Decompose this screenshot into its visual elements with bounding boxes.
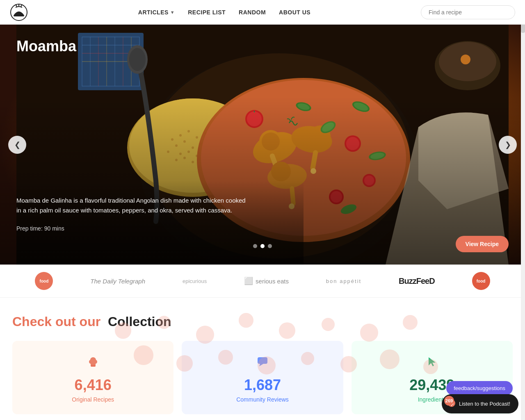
chef-hat-icon [86, 354, 100, 372]
collection-heading-check: Check out our [12, 314, 100, 329]
reviews-label: Community Reviews [236, 396, 289, 403]
podcast-badge-count: 269 [444, 396, 454, 406]
nav-random[interactable]: RANDOM [239, 9, 266, 16]
svg-point-61 [331, 191, 342, 203]
hero-prev-button[interactable]: ❮ [8, 136, 26, 154]
svg-point-38 [183, 157, 186, 159]
nav-articles[interactable]: ARTICLES ▼ [138, 9, 175, 16]
svg-rect-75 [16, 180, 304, 265]
hero-food-illustration [0, 25, 525, 265]
hero-dots [253, 244, 272, 248]
brand-epicurious: epicurious [183, 278, 207, 284]
articles-dropdown-icon: ▼ [170, 10, 175, 15]
svg-point-50 [310, 168, 316, 174]
podcast-button[interactable]: 269 Listen to the Podcast! [442, 394, 518, 413]
reviews-count: 1,687 [244, 377, 281, 394]
brand-buzzfeed: BuzzFeeD [399, 276, 435, 286]
brand-food-network-right: food [472, 272, 490, 290]
svg-point-25 [196, 136, 198, 139]
svg-line-2 [21, 5, 22, 7]
nav-recipe-list[interactable]: RECIPE LIST [188, 9, 226, 16]
nav-about-us[interactable]: ABOUT US [279, 9, 310, 16]
hero-description: Moamba de Galinha is a flavorful traditi… [16, 196, 246, 215]
hero-dot-1[interactable] [253, 244, 257, 248]
svg-point-28 [183, 140, 186, 143]
svg-point-23 [179, 134, 182, 137]
svg-point-33 [179, 153, 182, 155]
hero-dot-3[interactable] [268, 244, 272, 248]
hero-title: Moamba [16, 38, 76, 55]
svg-point-37 [175, 159, 178, 161]
nav-links: ARTICLES ▼ RECIPE LIST RANDOM ABOUT US [138, 9, 310, 16]
svg-point-24 [187, 130, 190, 132]
search-box [421, 5, 515, 19]
svg-point-52 [271, 162, 291, 181]
svg-point-32 [167, 151, 169, 153]
podcast-label: Listen to the Podcast! [459, 401, 510, 407]
svg-point-29 [192, 146, 194, 149]
svg-point-27 [175, 144, 178, 147]
search-input[interactable] [421, 5, 515, 19]
hero-slider: Moamba Moamba de Galinha is a flavorful … [0, 25, 525, 265]
collection-heading: Check out our Collection [12, 314, 513, 329]
navbar: ARTICLES ▼ RECIPE LIST RANDOM ABOUT US [0, 0, 525, 25]
svg-point-22 [171, 138, 173, 141]
brand-food-network-left: food [35, 272, 53, 290]
food-network-left-text: food [40, 279, 49, 283]
svg-rect-95 [91, 365, 96, 367]
brand-telegraph: The Daily Telegraph [90, 278, 145, 285]
svg-point-74 [129, 48, 146, 71]
view-recipe-button[interactable]: View Recipe [456, 236, 509, 252]
svg-point-34 [187, 151, 190, 153]
recipes-label: Original Recipes [72, 396, 114, 403]
hero-next-button[interactable]: ❯ [499, 136, 517, 154]
svg-point-63 [364, 176, 374, 185]
svg-point-59 [346, 137, 359, 150]
chat-icon [255, 354, 270, 372]
svg-line-3 [16, 5, 17, 7]
logo-area [10, 3, 28, 21]
logo-icon[interactable] [10, 3, 28, 21]
svg-point-39 [192, 161, 194, 163]
collection-cards: 6,416 Original Recipes 1,687 Community R… [12, 341, 513, 414]
hero-dot-2[interactable] [260, 244, 265, 248]
cursor-icon [425, 354, 439, 372]
brands-bar: food The Daily Telegraph epicurious ⬜ se… [0, 265, 525, 298]
podcast-badge-wrapper: 269 [447, 399, 456, 409]
scrollbar[interactable] [521, 0, 525, 420]
hero-prep-time: Prep time: 90 mins [16, 225, 64, 232]
brand-serious-eats: ⬜ serious eats [244, 276, 289, 285]
svg-point-56 [247, 112, 262, 126]
food-network-right-text: food [477, 279, 486, 283]
svg-point-5 [18, 9, 20, 11]
svg-point-44 [262, 132, 280, 151]
recipes-count: 6,416 [75, 377, 112, 394]
collection-heading-bold: Collection [108, 314, 171, 329]
reviews-card: 1,687 Community Reviews [182, 341, 343, 414]
svg-rect-96 [258, 357, 267, 364]
brand-bon-appetit: bon appétit [326, 278, 361, 284]
svg-point-78 [461, 55, 470, 64]
svg-rect-4 [14, 15, 24, 16]
hero-background [0, 25, 525, 265]
feedback-button[interactable]: feedback/suggestions [446, 381, 513, 395]
recipes-card: 6,416 Original Recipes [12, 341, 173, 414]
